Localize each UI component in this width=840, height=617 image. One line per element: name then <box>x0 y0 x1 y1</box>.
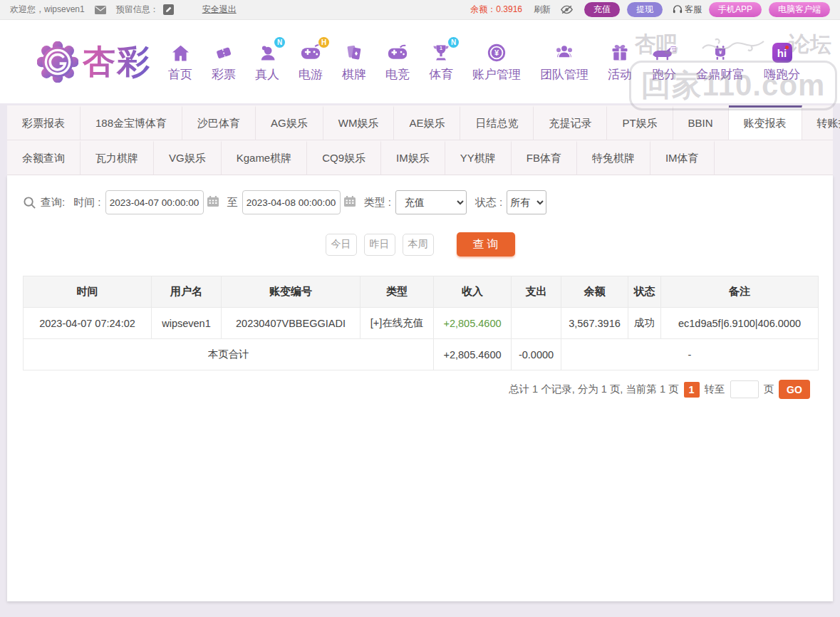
tab-bbin[interactable]: BBIN <box>673 105 729 140</box>
tab-account-change-report[interactable]: 账变报表 <box>729 105 802 140</box>
date-to-input[interactable] <box>242 190 341 214</box>
date-from-input[interactable] <box>105 190 204 214</box>
tab-transfer-report[interactable]: 转账报表 <box>802 105 840 140</box>
nav-item-sports[interactable]: 1N 体育 <box>429 41 453 83</box>
mobile-app-button[interactable]: 手机APP <box>709 2 762 17</box>
refresh-link[interactable]: 刷新 <box>534 4 551 16</box>
nav-item-account[interactable]: ¥ 账户管理 <box>472 41 521 83</box>
team-icon <box>554 43 575 63</box>
nav-item-team[interactable]: 团队管理 <box>540 41 588 83</box>
tab-cq9[interactable]: CQ9娱乐 <box>307 140 381 175</box>
tab-vg[interactable]: VG娱乐 <box>154 140 222 175</box>
cell-type: [+]在线充值 <box>361 308 434 339</box>
tab-188-sports[interactable]: 188金宝博体育 <box>81 105 182 140</box>
to-label: 至 <box>227 196 238 209</box>
col-time: 时间 <box>24 276 152 308</box>
main-panel: 查询: 时间 : 至 类型 : 充值 状态 : 所有 今日 昨日 本周 查 询 <box>7 175 833 601</box>
balance-value: 0.3916 <box>496 4 522 14</box>
cell-status: 成功 <box>628 308 661 339</box>
tab-wm[interactable]: WM娱乐 <box>323 105 395 140</box>
pc-client-button[interactable]: 电脑客户端 <box>769 2 830 17</box>
col-change-id: 账变编号 <box>222 276 361 308</box>
nav-item-live-casino[interactable]: N 真人 <box>255 41 279 83</box>
tab-ag[interactable]: AG娱乐 <box>256 105 323 140</box>
tab-ae[interactable]: AE娱乐 <box>394 105 460 140</box>
quick-buttons: 今日 昨日 本周 查 询 <box>7 232 833 256</box>
nav-item-card-games[interactable]: 棋牌 <box>342 41 366 83</box>
gamepad-icon <box>300 43 321 62</box>
gift-icon <box>610 43 630 63</box>
cell-time: 2023-04-07 07:24:02 <box>24 308 152 339</box>
pagination: 总计 1 个记录, 分为 1 页, 当前第 1 页 1 转至 页 GO <box>7 380 810 399</box>
nav-item-home[interactable]: 首页 <box>168 41 192 83</box>
summary-label: 本页合计 <box>24 339 434 370</box>
svg-text:¥: ¥ <box>494 48 499 57</box>
col-type: 类型 <box>361 276 434 308</box>
yesterday-button[interactable]: 昨日 <box>364 234 395 256</box>
live-dealer-icon <box>257 43 277 63</box>
tab-wali[interactable]: 瓦力棋牌 <box>81 140 154 175</box>
nav-label: 活动 <box>608 66 632 83</box>
tab-fb-sports[interactable]: FB体育 <box>512 140 577 175</box>
eye-off-icon[interactable] <box>561 5 573 14</box>
tab-tetu[interactable]: 特兔棋牌 <box>577 140 650 175</box>
site-logo[interactable]: 杏彩 <box>37 40 151 84</box>
nav-item-jinding[interactable]: ¥ 金鼎财富 <box>696 41 745 83</box>
col-income: 收入 <box>434 276 512 308</box>
logout-link[interactable]: 安全退出 <box>202 4 237 16</box>
type-select[interactable]: 充值 <box>395 190 467 214</box>
tab-lottery-report[interactable]: 彩票报表 <box>7 105 81 140</box>
nav-item-slots[interactable]: H 电游 <box>299 41 323 83</box>
tab-yy[interactable]: YY棋牌 <box>445 140 512 175</box>
nav-item-hipaofen[interactable]: hi 嗨跑分 <box>764 41 800 83</box>
table-row: 2023-04-07 07:24:02 wipseven1 20230407VB… <box>24 308 819 339</box>
calendar-icon[interactable] <box>207 196 219 209</box>
current-page-button[interactable]: 1 <box>684 382 700 398</box>
go-button[interactable]: GO <box>779 380 810 399</box>
calendar-icon[interactable] <box>344 196 356 209</box>
tab-daily-summary[interactable]: 日结总览 <box>460 105 534 140</box>
today-button[interactable]: 今日 <box>326 234 357 256</box>
customer-service-link[interactable]: 客服 <box>673 4 702 16</box>
nav-label: 电竞 <box>385 66 410 83</box>
cell-expense <box>512 308 561 339</box>
search-icon <box>23 196 36 209</box>
nav-label: 首页 <box>168 66 192 83</box>
tab-im[interactable]: IM娱乐 <box>381 140 445 175</box>
summary-rest: - <box>561 339 819 370</box>
content-wrapper: 彩票报表 188金宝博体育 沙巴体育 AG娱乐 WM娱乐 AE娱乐 日结总览 充… <box>7 105 833 601</box>
home-icon <box>170 43 191 63</box>
cards-icon <box>345 43 364 63</box>
tab-deposit-withdraw-record[interactable]: 充提记录 <box>534 105 607 140</box>
tab-balance-query[interactable]: 余额查询 <box>7 140 81 175</box>
mail-icon[interactable] <box>95 6 106 14</box>
nav-label: 彩票 <box>212 66 236 83</box>
nav-item-esports[interactable]: 电竞 <box>385 41 410 83</box>
search-button[interactable]: 查 询 <box>457 232 515 256</box>
query-label: 查询: <box>41 196 65 209</box>
this-week-button[interactable]: 本周 <box>403 234 434 256</box>
time-label: 时间 : <box>73 196 100 209</box>
status-select[interactable]: 所有 <box>507 190 546 214</box>
nav-label: 账户管理 <box>472 66 521 83</box>
welcome-text: 欢迎您，wipseven1 <box>10 4 85 16</box>
nav-item-promotions[interactable]: 活动 <box>608 41 632 83</box>
nav-label: 真人 <box>255 66 279 83</box>
nav-label: 棋牌 <box>342 66 366 83</box>
goto-label: 转至 <box>705 383 725 396</box>
esports-icon <box>387 43 408 62</box>
deposit-button[interactable]: 充值 <box>584 2 620 17</box>
edit-icon[interactable] <box>163 4 174 15</box>
nav-item-paofen[interactable]: 跑分 <box>651 41 677 83</box>
tab-kgame[interactable]: Kgame棋牌 <box>222 140 308 175</box>
type-label: 类型 : <box>364 196 391 209</box>
nav-label: 团队管理 <box>540 66 588 83</box>
goto-page-input[interactable] <box>730 380 759 398</box>
tab-im-sports[interactable]: IM体育 <box>650 140 715 175</box>
tab-pt[interactable]: PT娱乐 <box>607 105 673 140</box>
site-header: 杏彩 首页 彩票 N 真人 H 电游 棋牌 电竞 1N 体育 <box>0 20 840 103</box>
nav-item-lottery[interactable]: 彩票 <box>212 41 236 83</box>
withdraw-button[interactable]: 提现 <box>627 2 663 17</box>
tab-saba-sports[interactable]: 沙巴体育 <box>182 105 256 140</box>
account-change-table: 时间 用户名 账变编号 类型 收入 支出 余额 状态 备注 2023-04-07… <box>23 276 819 370</box>
